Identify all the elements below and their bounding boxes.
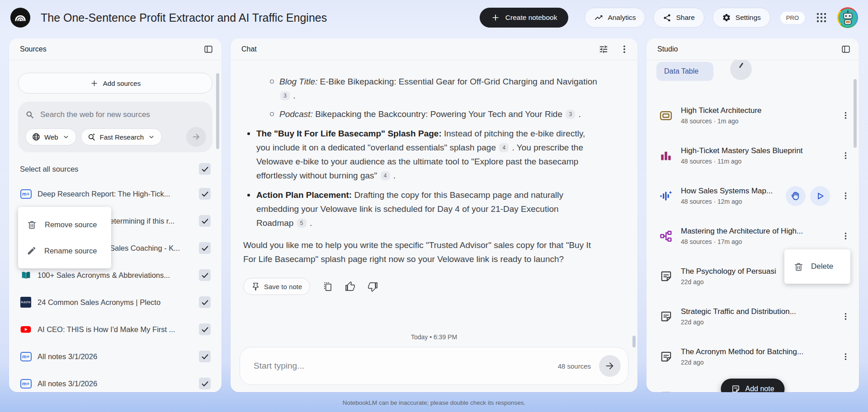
message-text: Podcast:	[279, 109, 313, 119]
citation-chip[interactable]: 4	[499, 143, 509, 152]
chat-settings-tune-icon[interactable]	[599, 44, 609, 54]
citation-chip[interactable]: 5	[297, 219, 307, 228]
add-note-label: Add note	[745, 385, 774, 392]
collapse-panel-icon[interactable]	[841, 44, 851, 54]
thumbs-down-icon[interactable]	[368, 281, 378, 292]
save-to-note-button[interactable]: Save to note	[243, 278, 310, 295]
studio-item-title: How Sales Systems Map...	[681, 187, 778, 196]
studio-output-chip-row: Data Table	[656, 62, 765, 81]
send-message-button[interactable]	[599, 355, 621, 377]
add-note-button[interactable]: Add note	[721, 379, 784, 392]
studio-list-item[interactable]: The Acronym Method for Batching...22d ag…	[658, 337, 852, 377]
google-apps-grid-icon[interactable]	[816, 13, 826, 23]
chevron-down-icon	[147, 133, 156, 141]
chat-message-area: Blog Title: E-Bike Bikepacking: Essentia…	[231, 60, 637, 333]
create-notebook-button[interactable]: Create notebook	[480, 8, 569, 28]
delete-menu-item[interactable]: Delete	[784, 249, 850, 284]
settings-button[interactable]: Settings	[712, 8, 770, 28]
source-checkbox[interactable]	[199, 269, 211, 281]
studio-item-actions	[786, 186, 830, 206]
message-text: Would you like me to help you write the …	[243, 240, 591, 264]
play-icon	[815, 191, 826, 201]
source-checkbox[interactable]	[199, 296, 211, 308]
analytics-button[interactable]: Analytics	[585, 8, 645, 28]
citation-chip[interactable]: 3	[280, 91, 290, 100]
item-more-menu-icon[interactable]	[839, 108, 852, 123]
chat-message: Action Plan Placement: Drafting the copy…	[243, 188, 598, 230]
source-title: All notes 3/1/2026	[38, 352, 193, 361]
source-list-item[interactable]: m+All notes 3/1/2026	[18, 370, 212, 392]
item-more-menu-icon[interactable]	[839, 389, 852, 393]
thumbs-up-icon[interactable]	[345, 281, 355, 292]
source-checkbox[interactable]	[199, 323, 211, 335]
studio-panel-title: Studio	[657, 45, 678, 53]
trash-icon	[27, 220, 37, 230]
studio-list-item[interactable]: High-Ticket Mastery Sales Blueprint48 so…	[658, 136, 852, 176]
chat-date-divider: Today • 6:39 PM	[231, 333, 637, 341]
fast-research-icon	[87, 132, 96, 141]
source-checkbox[interactable]	[199, 215, 211, 227]
create-notebook-label: Create notebook	[505, 14, 557, 22]
note-icon	[658, 309, 674, 324]
studio-scrollbar[interactable]	[854, 79, 857, 148]
share-label: Share	[676, 14, 694, 22]
sources-panel: Sources Add sources	[9, 38, 222, 392]
notebooklm-logo-icon[interactable]	[10, 7, 31, 28]
source-checkbox[interactable]	[199, 378, 211, 389]
studio-item-meta: 22d ago	[681, 359, 832, 366]
audio-overview-icon	[658, 188, 674, 204]
data-table-chip[interactable]: Data Table	[656, 62, 713, 81]
chevron-down-icon	[62, 133, 70, 141]
chat-more-menu-icon[interactable]	[619, 44, 629, 54]
notebook-title[interactable]: The One-Sentence Profit Extractor and AI…	[41, 11, 327, 24]
source-title: All notes 3/1/2026	[38, 379, 193, 388]
web-search-card: Web Fast Research	[18, 102, 212, 152]
item-more-menu-icon[interactable]	[839, 148, 852, 164]
source-checkbox[interactable]	[199, 351, 211, 362]
studio-panel: Studio Data Table High Ticket Architectu…	[646, 38, 859, 392]
notebook-source-icon: m+	[20, 188, 32, 200]
notebook-source-icon: m+	[20, 351, 32, 362]
gear-icon	[722, 13, 731, 22]
studio-item-text: How Sales Systems Map...48 sources · 12m…	[681, 187, 778, 205]
chat-scrollbar[interactable]	[632, 336, 636, 347]
copy-icon[interactable]	[322, 281, 333, 292]
add-sources-button[interactable]: Add sources	[18, 73, 212, 94]
research-mode-dropdown[interactable]: Fast Research	[81, 128, 162, 145]
web-filter-dropdown[interactable]: Web	[25, 128, 76, 145]
source-checkbox[interactable]	[199, 188, 211, 200]
item-more-menu-icon[interactable]	[839, 309, 852, 324]
studio-item-title: Strategic Traffic and Distribution...	[681, 307, 832, 316]
source-list-item[interactable]: m+All notes 3/1/2026	[18, 343, 212, 370]
play-button[interactable]	[810, 186, 830, 206]
globe-icon	[32, 132, 41, 141]
sources-scrollbar[interactable]	[216, 73, 219, 149]
item-more-menu-icon[interactable]	[839, 349, 852, 365]
web-search-input[interactable]	[40, 110, 206, 119]
studio-item-text: High Ticket Architecture48 sources · 1m …	[681, 106, 832, 125]
chat-message: The "Buy It For Life Basecamp" Splash Pa…	[243, 126, 598, 183]
share-button[interactable]: Share	[653, 8, 704, 28]
item-more-menu-icon[interactable]	[839, 188, 852, 204]
collapse-panel-icon[interactable]	[203, 44, 213, 54]
interactive-mode-button[interactable]	[786, 186, 806, 206]
citation-chip[interactable]: 3	[566, 110, 575, 119]
select-all-checkbox[interactable]	[199, 163, 211, 175]
web-filter-label: Web	[44, 133, 58, 141]
citation-chip[interactable]: 4	[381, 171, 390, 180]
source-list-item[interactable]: m+Deep Research Report: The High-Tick...	[18, 180, 212, 207]
rename-source-menu-item[interactable]: Rename source	[18, 238, 111, 264]
chat-input[interactable]	[254, 361, 550, 371]
item-more-menu-icon[interactable]	[839, 229, 852, 244]
studio-list-item[interactable]: High Ticket Architecture48 sources · 1m …	[658, 95, 852, 136]
search-submit-button[interactable]	[186, 127, 206, 147]
remove-source-menu-item[interactable]: Remove source	[18, 211, 111, 238]
source-list-item[interactable]: AI CEO: THIS is How I'd Make My First ..…	[18, 316, 212, 343]
source-list-item[interactable]: PLECTO24 Common Sales Acronyms | Plecto	[18, 289, 212, 316]
studio-list-item[interactable]: How Sales Systems Map...48 sources · 12m…	[658, 176, 852, 216]
studio-list-item[interactable]: Strategic Traffic and Distribution...22d…	[658, 296, 852, 337]
search-icon	[25, 110, 35, 120]
open-output-button[interactable]	[730, 60, 752, 80]
account-avatar[interactable]	[837, 7, 858, 28]
source-checkbox[interactable]	[199, 242, 211, 254]
